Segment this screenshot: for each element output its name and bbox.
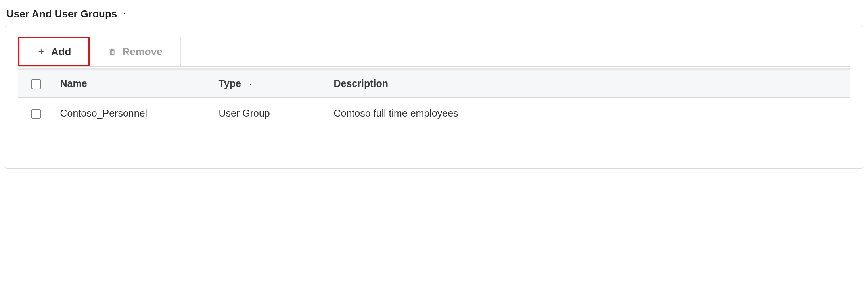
column-header-description[interactable]: Description [328,70,850,98]
remove-button-label: Remove [122,46,162,58]
section-panel: Add Remove Name Type [5,25,863,169]
sort-asc-icon [248,82,253,87]
row-name-cell: Contoso_Personnel [54,98,213,129]
data-table: Name Type Description Contoso_Personnel [18,70,850,152]
row-checkbox[interactable] [31,109,41,119]
toolbar: Add Remove [18,37,850,67]
trash-icon [108,47,117,56]
select-all-checkbox[interactable] [31,79,41,89]
column-header-type[interactable]: Type [213,70,328,98]
add-button-label: Add [51,46,71,58]
column-header-select [18,70,54,98]
plus-icon [37,47,46,56]
section-title: User And User Groups [6,8,117,20]
column-header-name-label: Name [60,78,87,89]
row-type-cell: User Group [213,98,328,129]
column-header-name[interactable]: Name [54,70,213,98]
caret-down-icon [121,10,128,19]
row-select-cell [18,98,54,129]
column-header-description-label: Description [334,78,389,89]
table-row[interactable]: Contoso_Personnel User Group Contoso ful… [18,98,850,129]
section-header[interactable]: User And User Groups [5,8,863,20]
table-spacer-row [18,129,850,152]
toolbar-spacer [181,37,850,66]
table-header-row: Name Type Description [18,70,850,98]
remove-button: Remove [90,37,181,66]
column-header-type-label: Type [219,78,241,89]
add-button[interactable]: Add [18,37,90,66]
row-description-cell: Contoso full time employees [328,98,850,129]
